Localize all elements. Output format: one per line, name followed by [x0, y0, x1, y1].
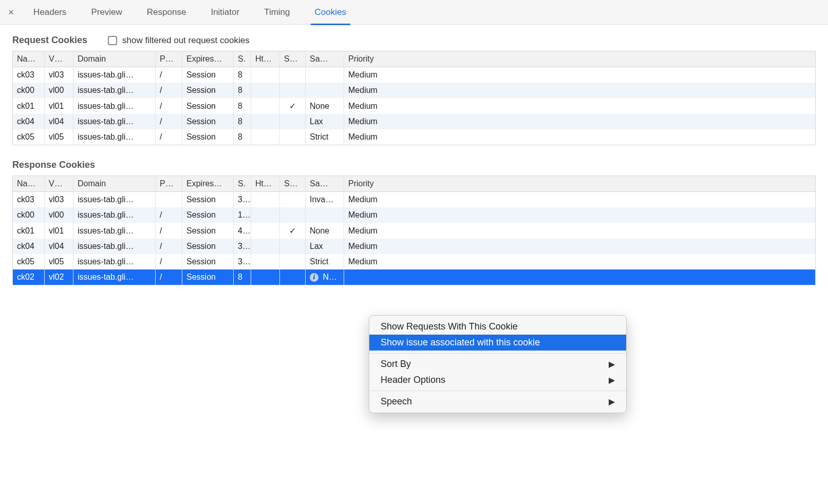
context-menu-item[interactable]: Show Requests With This Cookie [369, 319, 626, 335]
context-menu-label: Header Options [381, 375, 445, 385]
table-row[interactable]: ck04vl04issues-tab.gli…/Session3..LaxMed… [13, 239, 816, 254]
col-header[interactable]: S. [234, 176, 251, 192]
cell-httponly [251, 207, 280, 223]
cell-secure [280, 239, 306, 254]
cell-samesite: Lax [306, 114, 344, 129]
cell-name: ck01 [13, 223, 45, 239]
context-menu-item[interactable]: Show issue associated with this cookie [369, 335, 626, 351]
cell-priority: Medium [344, 67, 816, 83]
tab-preview[interactable]: Preview [90, 0, 123, 25]
cell-size: 8 [234, 269, 251, 285]
table-row[interactable]: ck01vl01issues-tab.gli…/Session8✓NoneMed… [13, 98, 816, 114]
cell-path: / [156, 129, 182, 145]
table-row[interactable]: ck04vl04issues-tab.gli…/Session8LaxMediu… [13, 114, 816, 129]
col-header[interactable]: Na… [13, 176, 45, 192]
show-filtered-checkbox[interactable]: show filtered out request cookies [108, 35, 250, 46]
table-row[interactable]: ck01vl01issues-tab.gli…/Session4..✓NoneM… [13, 223, 816, 239]
tab-response[interactable]: Response [146, 0, 187, 25]
cell-size: 8 [234, 83, 251, 98]
cell-domain: issues-tab.gli… [73, 223, 156, 239]
cell-secure [280, 269, 306, 285]
cell-value: vl05 [45, 254, 73, 269]
request-cookies-table[interactable]: Na…V…DomainP…Expires…S.Ht…S…Sa…Priorityc… [12, 51, 816, 145]
cell-httponly [251, 129, 280, 145]
cell-samesite: Inva… [306, 192, 344, 208]
cell-value: vl03 [45, 192, 73, 208]
cell-value: vl04 [45, 239, 73, 254]
tab-timing[interactable]: Timing [263, 0, 291, 25]
cell-domain: issues-tab.gli… [73, 98, 156, 114]
cell-domain: issues-tab.gli… [73, 192, 156, 208]
cell-samesite [306, 207, 344, 223]
cell-secure [280, 192, 306, 208]
cell-name: ck02 [13, 269, 45, 285]
col-header[interactable]: Expires… [182, 51, 234, 67]
table-row[interactable]: ck03vl03issues-tab.gli…Session3..Inva…Me… [13, 192, 816, 208]
table-row[interactable]: ck03vl03issues-tab.gli…/Session8Medium [13, 67, 816, 83]
col-header[interactable]: Domain [73, 51, 156, 67]
col-header[interactable]: Expires… [182, 176, 234, 192]
cell-priority: Medium [344, 254, 816, 269]
table-row[interactable]: ck02vl02issues-tab.gli…/Session8i N… [13, 269, 816, 285]
col-header[interactable]: Sa… [306, 176, 344, 192]
cell-expires: Session [182, 192, 234, 208]
tab-initiator[interactable]: Initiator [210, 0, 240, 25]
cell-priority [344, 269, 816, 285]
cell-path: / [156, 207, 182, 223]
cell-priority: Medium [344, 98, 816, 114]
cell-domain: issues-tab.gli… [73, 67, 156, 83]
chevron-right-icon: ▶ [609, 375, 615, 385]
col-header[interactable]: P… [156, 51, 182, 67]
cell-expires: Session [182, 129, 234, 145]
col-header[interactable]: Ht… [251, 176, 280, 192]
col-header[interactable]: V… [45, 51, 73, 67]
cell-expires: Session [182, 223, 234, 239]
context-menu-item[interactable]: Sort By▶ [369, 356, 626, 372]
cell-httponly [251, 254, 280, 269]
cell-httponly [251, 239, 280, 254]
cell-priority: Medium [344, 129, 816, 145]
tab-headers[interactable]: Headers [32, 0, 67, 25]
cell-name: ck05 [13, 254, 45, 269]
col-header[interactable]: P… [156, 176, 182, 192]
col-header[interactable]: Priority [344, 51, 816, 67]
context-menu-label: Show issue associated with this cookie [381, 337, 540, 348]
col-header[interactable]: Ht… [251, 51, 280, 67]
context-menu[interactable]: Show Requests With This CookieShow issue… [369, 315, 627, 413]
col-header[interactable]: Domain [73, 176, 156, 192]
cell-httponly [251, 114, 280, 129]
cell-samesite: Strict [306, 254, 344, 269]
context-menu-item[interactable]: Speech▶ [369, 394, 626, 410]
cell-name: ck05 [13, 129, 45, 145]
col-header[interactable]: S… [280, 51, 306, 67]
cell-path: / [156, 114, 182, 129]
cell-value: vl01 [45, 98, 73, 114]
cell-secure [280, 254, 306, 269]
cell-secure [280, 114, 306, 129]
request-cookies-section: Request Cookies show filtered out reques… [12, 35, 816, 145]
table-row[interactable]: ck00vl00issues-tab.gli…/Session1..Medium [13, 207, 816, 223]
tab-cookies[interactable]: Cookies [314, 0, 347, 25]
col-header[interactable]: S… [280, 176, 306, 192]
cell-size: 3.. [234, 254, 251, 269]
close-icon[interactable]: × [4, 7, 18, 17]
response-cookies-table[interactable]: Na…V…DomainP…Expires…S.Ht…S…Sa…Priorityc… [12, 176, 816, 285]
col-header[interactable]: Sa… [306, 51, 344, 67]
cell-value: vl00 [45, 207, 73, 223]
cell-path: / [156, 83, 182, 98]
col-header[interactable]: V… [45, 176, 73, 192]
table-row[interactable]: ck05vl05issues-tab.gli…/Session3..Strict… [13, 254, 816, 269]
cell-samesite [306, 83, 344, 98]
cell-samesite: Lax [306, 239, 344, 254]
col-header[interactable]: S. [234, 51, 251, 67]
context-menu-item[interactable]: Header Options▶ [369, 372, 626, 388]
table-row[interactable]: ck05vl05issues-tab.gli…/Session8StrictMe… [13, 129, 816, 145]
cell-name: ck03 [13, 192, 45, 208]
cell-expires: Session [182, 269, 234, 285]
col-header[interactable]: Na… [13, 51, 45, 67]
cell-expires: Session [182, 98, 234, 114]
table-row[interactable]: ck00vl00issues-tab.gli…/Session8Medium [13, 83, 816, 98]
col-header[interactable]: Priority [344, 176, 816, 192]
cell-size: 4.. [234, 223, 251, 239]
cell-value: vl00 [45, 83, 73, 98]
